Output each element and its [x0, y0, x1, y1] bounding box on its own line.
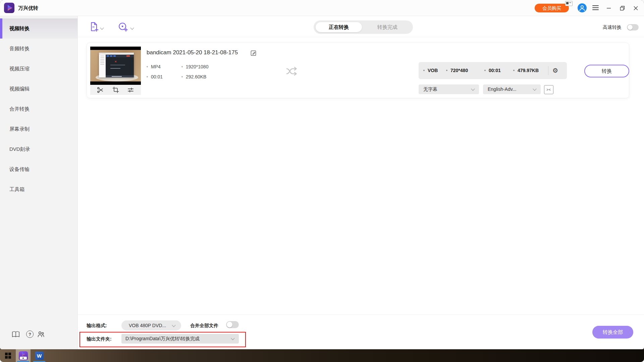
chevron-down-icon	[231, 336, 234, 340]
membership-buy-button[interactable]: 会员购买	[535, 4, 569, 12]
chevron-down-icon	[471, 87, 475, 90]
merge-all-label: 合并全部文件	[190, 323, 218, 329]
app-title: 万兴优转	[18, 0, 38, 16]
membership-card-icon	[565, 1, 573, 6]
sidebar-item-label: 设备传输	[9, 166, 30, 172]
sidebar-item-label: 视频压缩	[9, 66, 30, 71]
convert-all-label: 转换全部	[603, 329, 623, 336]
convert-status-tabs: 正在转换 转换完成	[314, 20, 413, 34]
sidebar-item-merge-convert[interactable]: 合并转换	[0, 99, 77, 119]
tab-finished[interactable]: 转换完成	[364, 20, 411, 34]
output-format-label: 输出格式:	[87, 323, 107, 329]
tab-converting[interactable]: 正在转换	[316, 20, 362, 34]
subtitle-dropdown[interactable]: 无字幕	[419, 84, 479, 94]
minimize-button[interactable]	[603, 3, 614, 13]
add-dvd-chevron-icon[interactable]	[130, 26, 134, 29]
uniconverter-taskbar-icon	[19, 351, 28, 360]
community-people-icon[interactable]	[37, 330, 45, 339]
chevron-down-icon	[533, 87, 536, 90]
close-button[interactable]	[630, 3, 641, 13]
output-folder-dropdown[interactable]: D:\ProgramData\万兴优转\转换完成	[121, 334, 239, 344]
word-icon: W	[35, 352, 44, 360]
output-folder-label: 输出文件夹:	[87, 336, 112, 342]
sidebar: 视频转换 音频转换 视频压缩 视频编辑 合并转换 屏幕录制 DVD刻录 设备传输…	[0, 16, 78, 349]
hamburger-menu-icon[interactable]	[592, 5, 599, 10]
sidebar-item-label: DVD刻录	[9, 146, 30, 152]
output-format-item: VOB	[423, 68, 438, 73]
membership-buy-label: 会员购买	[542, 5, 561, 11]
sidebar-item-label: 工具箱	[9, 186, 24, 192]
convert-all-button[interactable]: 转换全部	[592, 326, 633, 339]
app-window: 万兴优转 会员购买	[0, 0, 644, 349]
effects-sliders-icon[interactable]	[126, 85, 136, 94]
source-duration: 00:01	[151, 74, 163, 79]
audio-dropdown-value: English-Adv...	[488, 86, 516, 92]
app-logo-icon	[4, 3, 14, 13]
output-format-dropdown[interactable]: VOB 480P DVD...	[121, 320, 181, 330]
add-dvd-button[interactable]	[118, 21, 128, 34]
output-settings-box: VOB 720*480 00:01 479.97KB ⚙	[419, 62, 567, 79]
sidebar-item-label: 屏幕录制	[9, 126, 30, 132]
sidebar-item-screen-record[interactable]: 屏幕录制	[0, 119, 77, 139]
subtitle-edit-button[interactable]: ><	[544, 85, 553, 94]
thumbnail-photo: ✕	[90, 50, 141, 81]
output-settings-gear-icon[interactable]: ⚙	[552, 66, 558, 75]
convert-button[interactable]: 转换	[584, 65, 629, 77]
rename-edit-icon[interactable]	[250, 50, 257, 58]
output-size-item: 479.97KB	[513, 68, 539, 73]
thumbnail-toolbar	[90, 85, 141, 95]
user-guide-book-icon[interactable]	[12, 331, 20, 339]
crop-icon[interactable]	[111, 85, 121, 94]
sidebar-item-device-transfer[interactable]: 设备传输	[0, 159, 77, 179]
maximize-button[interactable]	[617, 3, 628, 13]
sidebar-item-video-compress[interactable]: 视频压缩	[0, 59, 77, 79]
sidebar-item-label: 视频编辑	[9, 86, 30, 92]
start-button[interactable]	[1, 349, 15, 362]
sidebar-item-dvd-burn[interactable]: DVD刻录	[0, 139, 77, 159]
subtitle-edit-glyph: ><	[546, 88, 551, 92]
merge-all-toggle[interactable]	[226, 321, 239, 328]
help-glyph: ?	[29, 332, 31, 337]
convert-direction-shuffle-icon	[286, 66, 299, 77]
sidebar-item-label: 音频转换	[9, 46, 30, 51]
sidebar-item-toolbox[interactable]: 工具箱	[0, 179, 77, 199]
taskbar-uniconverter-app[interactable]	[16, 349, 31, 362]
sidebar-item-label: 视频转换	[9, 25, 30, 31]
high-speed-label: 高速转换	[603, 24, 622, 31]
output-duration-item: 00:01	[484, 68, 501, 73]
titlebar: 万兴优转 会员购买	[0, 0, 644, 16]
convert-button-label: 转换	[602, 68, 612, 74]
subtitle-dropdown-value: 无字幕	[423, 86, 437, 93]
sidebar-item-video-edit[interactable]: 视频编辑	[0, 79, 77, 99]
sidebar-item-video-convert[interactable]: 视频转换	[0, 18, 77, 39]
trim-scissors-icon[interactable]	[95, 85, 105, 94]
add-file-chevron-icon[interactable]	[100, 26, 104, 29]
screen: 万兴优转 会员购买	[0, 0, 644, 362]
account-avatar[interactable]	[578, 3, 587, 12]
source-format: MP4	[151, 64, 161, 69]
high-speed-toggle[interactable]	[627, 24, 639, 31]
output-resolution-item: 720*480	[446, 68, 468, 73]
video-thumbnail[interactable]: ✕	[90, 47, 141, 85]
sidebar-item-audio-convert[interactable]: 音频转换	[0, 39, 77, 59]
taskbar-word-app[interactable]: W	[32, 349, 47, 362]
taskbar: W 09:41:03 2021-5-25	[0, 349, 644, 362]
source-size: 292.60KB	[186, 74, 207, 79]
output-folder-value: D:\ProgramData\万兴优转\转换完成	[125, 336, 200, 342]
audio-track-dropdown[interactable]: English-Adv...	[483, 84, 541, 94]
source-meta-row2: 00:01 292.60KB	[147, 74, 206, 79]
output-format-value: VOB 480P DVD...	[129, 323, 166, 328]
source-resolution: 644*362	[186, 64, 209, 69]
sidebar-item-label: 合并转换	[9, 106, 30, 112]
add-file-button[interactable]	[89, 21, 99, 34]
file-title: bandicam 2021-05-20 18-21-08-175	[147, 49, 238, 56]
help-icon[interactable]: ?	[26, 330, 34, 338]
chevron-down-icon	[172, 323, 175, 327]
source-meta-row1: MP4 644*362	[147, 64, 208, 69]
